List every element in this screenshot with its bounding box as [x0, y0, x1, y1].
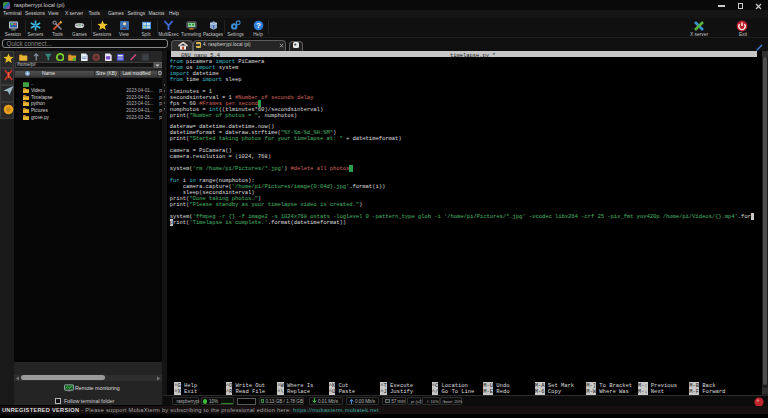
svg-text:?: ? — [256, 21, 261, 30]
